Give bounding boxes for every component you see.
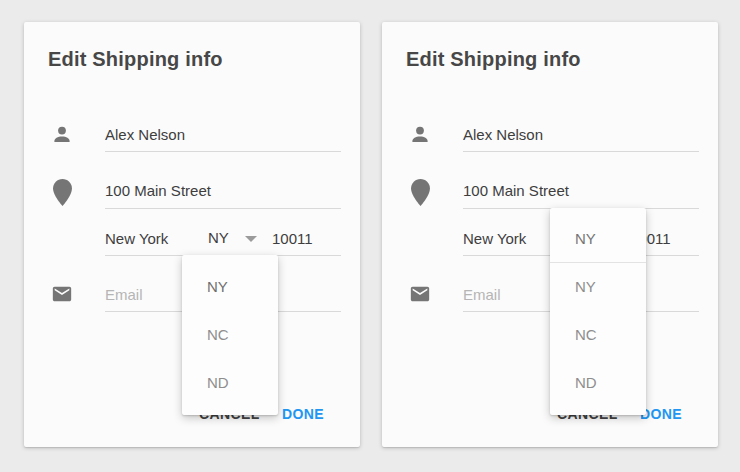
person-icon <box>410 125 430 145</box>
dropdown-arrow-icon <box>245 236 257 242</box>
menu-item-nd[interactable]: ND <box>182 359 278 407</box>
street-input[interactable] <box>463 181 693 199</box>
state-dropdown-menu: NY NY NC ND <box>550 208 646 415</box>
state-dropdown-menu: NY NC ND <box>182 255 278 415</box>
edit-shipping-dialog: Edit Shipping info NY CANCEL DONE NY NY … <box>382 22 718 447</box>
place-icon <box>53 179 72 206</box>
name-underline <box>105 151 341 152</box>
street-input[interactable] <box>105 181 335 199</box>
zip-input[interactable] <box>272 229 334 247</box>
place-icon <box>411 179 430 206</box>
menu-item-ny[interactable]: NY <box>550 263 646 311</box>
state-select[interactable]: NY <box>208 229 229 247</box>
menu-selected-item[interactable]: NY <box>550 216 646 262</box>
state-value: NY <box>208 229 229 246</box>
name-input[interactable] <box>463 125 693 143</box>
email-icon <box>51 283 73 305</box>
menu-item-nd[interactable]: ND <box>550 359 646 407</box>
email-icon <box>409 283 431 305</box>
menu-item-nc[interactable]: NC <box>182 311 278 359</box>
person-icon <box>52 125 72 145</box>
done-button[interactable]: DONE <box>282 406 324 422</box>
menu-item-ny[interactable]: NY <box>182 263 278 311</box>
dialog-title: Edit Shipping info <box>48 48 223 71</box>
done-button[interactable]: DONE <box>640 406 682 422</box>
street-underline <box>105 208 341 209</box>
name-underline <box>463 151 699 152</box>
name-input[interactable] <box>105 125 335 143</box>
menu-item-nc[interactable]: NC <box>550 311 646 359</box>
dialog-title: Edit Shipping info <box>406 48 581 71</box>
city-input[interactable] <box>105 229 195 247</box>
edit-shipping-dialog: Edit Shipping info NY CANCEL DONE NY NC … <box>24 22 360 447</box>
city-input[interactable] <box>463 229 553 247</box>
